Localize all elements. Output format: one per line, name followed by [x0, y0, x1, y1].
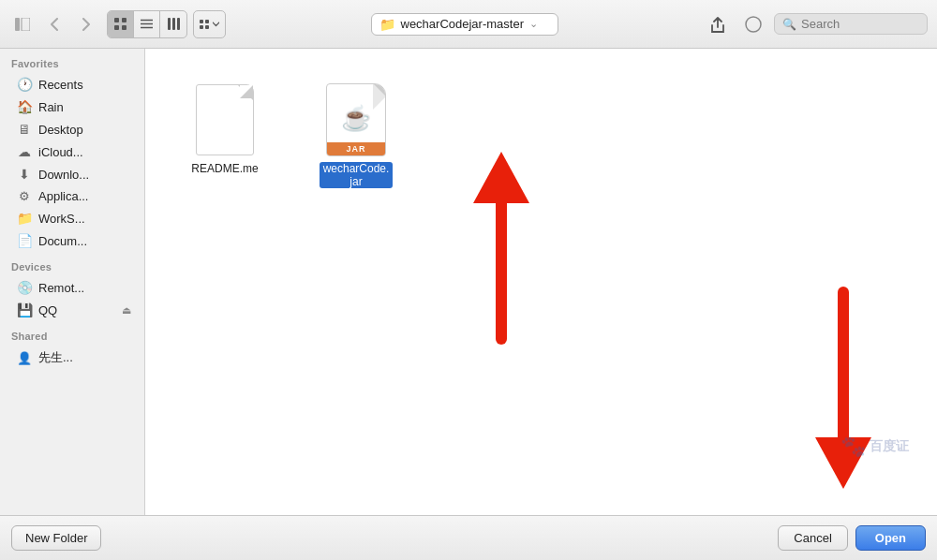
- sidebar-item-workspace[interactable]: 📁 WorkS...: [4, 207, 141, 229]
- sidebar-item-label: Applica...: [38, 189, 88, 203]
- sidebar-item-qq[interactable]: 💾 QQ ⏏: [4, 299, 141, 321]
- document-icon: 📄: [17, 233, 32, 248]
- svg-rect-12: [200, 20, 203, 23]
- forward-button[interactable]: [73, 11, 99, 37]
- svg-rect-10: [172, 18, 175, 30]
- main-area: Favorites 🕐 Recents 🏠 Rain 🖥 Desktop ☁ i…: [0, 49, 937, 515]
- disc-icon: 💿: [17, 280, 32, 295]
- sidebar-item-label: 先生...: [38, 349, 73, 366]
- back-button[interactable]: [41, 11, 67, 37]
- svg-rect-3: [122, 18, 126, 22]
- sidebar-item-label: Docum...: [38, 234, 87, 248]
- desktop-icon: 🖥: [17, 122, 32, 137]
- eject-icon[interactable]: ⏏: [122, 304, 131, 317]
- view-grid-button[interactable]: [108, 11, 134, 37]
- coffee-cup-icon: ☕: [341, 106, 371, 130]
- arrow-down-annotation: [806, 283, 881, 498]
- files-grid: README.me ☕ JAR wecharCode.jar: [145, 49, 937, 222]
- svg-rect-9: [168, 18, 171, 30]
- devices-header: Devices: [0, 252, 144, 276]
- sidebar-item-rain[interactable]: 🏠 Rain: [4, 96, 141, 118]
- view-gallery-group: [193, 10, 226, 38]
- file-icon-readme: [191, 82, 259, 157]
- sidebar-item-applications[interactable]: ⚙ Applica...: [4, 185, 141, 207]
- file-icon-jar: ☕ JAR: [322, 82, 390, 157]
- favorites-header: Favorites: [0, 49, 144, 73]
- jar-file-icon: ☕ JAR: [326, 83, 386, 156]
- svg-rect-0: [15, 18, 20, 31]
- svg-marker-20: [815, 437, 871, 489]
- path-chevron-icon: ⌄: [529, 18, 538, 30]
- folder-icon: 📁: [379, 17, 395, 32]
- search-icon: 🔍: [782, 18, 796, 31]
- svg-rect-4: [114, 25, 119, 30]
- file-name-jar: wecharCode.jar: [320, 162, 393, 188]
- jar-label: JAR: [327, 142, 385, 155]
- sidebar-item-label: Rain: [38, 100, 64, 114]
- svg-rect-15: [205, 25, 209, 29]
- sidebar-item-label: Desktop: [38, 123, 83, 137]
- sidebar-item-label: Remot...: [38, 281, 84, 295]
- sidebar-item-label: Downlo...: [38, 168, 89, 182]
- svg-rect-2: [114, 18, 119, 22]
- file-name-readme: README.me: [191, 162, 258, 175]
- view-list-button[interactable]: [134, 11, 160, 37]
- action-buttons: Cancel Open: [778, 525, 926, 551]
- view-mode-group: [107, 10, 187, 38]
- view-gallery-button[interactable]: [194, 11, 225, 37]
- folder-icon: 📁: [17, 211, 32, 226]
- file-item-jar[interactable]: ☕ JAR wecharCode.jar: [314, 77, 398, 194]
- sidebar-item-label: WorkS...: [38, 212, 85, 226]
- recents-icon: 🕐: [17, 77, 32, 92]
- path-bar[interactable]: 📁 wecharCodejar-master ⌄: [371, 13, 558, 36]
- sidebar-item-label: Recents: [38, 78, 83, 92]
- new-folder-button[interactable]: New Folder: [11, 525, 101, 551]
- svg-rect-1: [22, 18, 30, 31]
- home-icon: 🏠: [17, 99, 32, 114]
- toggle-sidebar-button[interactable]: [9, 11, 36, 37]
- tag-button[interactable]: [738, 11, 768, 37]
- cancel-button[interactable]: Cancel: [778, 525, 847, 551]
- svg-rect-11: [177, 18, 180, 30]
- sidebar-item-remote[interactable]: 💿 Remot...: [4, 276, 141, 299]
- download-icon: ⬇: [17, 167, 32, 182]
- sidebar-item-label: QQ: [38, 303, 57, 317]
- file-item-readme[interactable]: README.me: [183, 77, 267, 181]
- sidebar-item-shared-user[interactable]: 👤 先生...: [4, 346, 141, 370]
- sidebar-item-recents[interactable]: 🕐 Recents: [4, 73, 141, 96]
- sidebar-item-label: iCloud...: [38, 145, 83, 159]
- shared-user-icon: 👤: [17, 351, 32, 365]
- view-columns-button[interactable]: [160, 11, 186, 37]
- cloud-icon: ☁: [17, 144, 32, 159]
- shared-header: Shared: [0, 321, 144, 346]
- search-bar: 🔍: [774, 13, 928, 35]
- sidebar-item-desktop[interactable]: 🖥 Desktop: [4, 118, 141, 140]
- sidebar-item-downloads[interactable]: ⬇ Downlo...: [4, 163, 141, 185]
- search-input[interactable]: [801, 17, 914, 31]
- sidebar: Favorites 🕐 Recents 🏠 Rain 🖥 Desktop ☁ i…: [0, 49, 145, 515]
- svg-rect-16: [746, 17, 761, 32]
- path-label: wecharCodejar-master: [401, 17, 525, 31]
- sidebar-item-icloud[interactable]: ☁ iCloud...: [4, 140, 141, 163]
- share-button[interactable]: [703, 11, 733, 37]
- drive-icon: 💾: [17, 302, 32, 317]
- svg-rect-13: [205, 20, 209, 23]
- svg-rect-5: [122, 25, 126, 30]
- doc-icon: [196, 84, 254, 155]
- bottom-bar: New Folder Cancel Open: [0, 515, 937, 560]
- svg-rect-14: [200, 25, 203, 29]
- sidebar-item-documents[interactable]: 📄 Docum...: [4, 229, 141, 252]
- apps-icon: ⚙: [17, 189, 32, 203]
- open-button[interactable]: Open: [855, 525, 926, 551]
- watermark: 🐾 百度证: [840, 435, 909, 459]
- file-area: README.me ☕ JAR wecharCode.jar: [145, 49, 937, 515]
- toolbar: 📁 wecharCodejar-master ⌄ 🔍: [0, 0, 937, 49]
